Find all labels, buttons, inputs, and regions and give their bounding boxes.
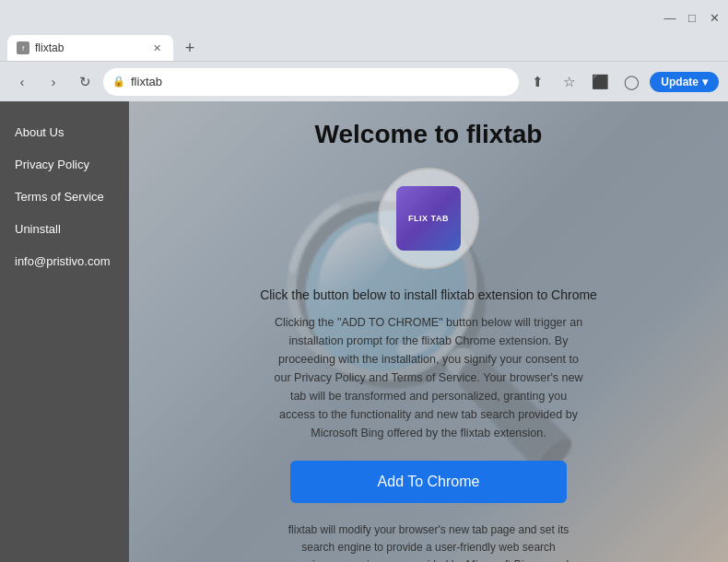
tab-bar: f flixtab ✕ + — [0, 29, 728, 61]
lock-icon: 🔒 — [112, 76, 125, 88]
sidebar: About Us Privacy Policy Terms of Service… — [0, 101, 129, 562]
page-wrapper: About Us Privacy Policy Terms of Service… — [0, 101, 728, 562]
toolbar: ‹ › ↻ 🔒 flixtab ⬆ ☆ ⬛ ◯ Update ▾ — [0, 61, 728, 101]
add-to-chrome-button[interactable]: Add To Chrome — [290, 461, 567, 503]
reload-button[interactable]: ↻ — [72, 69, 98, 95]
tab-title: flixtab — [35, 41, 64, 54]
footer-text: flixtab will modify your browser's new t… — [272, 521, 585, 562]
content-area: Welcome to flixtab FLIX TAB Click the bu… — [129, 101, 728, 562]
page-title: Welcome to flixtab — [315, 120, 543, 149]
forward-button[interactable]: › — [41, 69, 66, 95]
back-button[interactable]: ‹ — [9, 69, 35, 95]
update-label: Update — [661, 76, 699, 88]
active-tab[interactable]: f flixtab ✕ — [7, 35, 173, 61]
logo-inner: FLIX TAB — [396, 186, 461, 251]
logo-text: FLIX TAB — [408, 214, 449, 223]
sidebar-item-uninstall[interactable]: Uninstall — [0, 213, 129, 245]
title-bar-controls: — □ ✕ — [663, 11, 721, 24]
extensions-icon[interactable]: ⬛ — [587, 69, 613, 95]
bookmark-icon[interactable]: ☆ — [556, 69, 581, 95]
tab-favicon: f — [17, 41, 29, 54]
address-bar[interactable]: 🔒 flixtab — [103, 68, 519, 96]
profile-icon[interactable]: ◯ — [618, 69, 644, 95]
new-tab-button[interactable]: + — [177, 35, 203, 61]
address-text: flixtab — [131, 75, 162, 88]
main-content: 🔍 Welcome to flixtab FLIX TAB Click the … — [129, 101, 728, 562]
update-button[interactable]: Update ▾ — [650, 72, 719, 92]
update-chevron: ▾ — [702, 76, 708, 88]
restore-btn[interactable]: □ — [686, 11, 699, 24]
install-prompt: Click the button below to install flixta… — [260, 287, 597, 302]
sidebar-item-privacy-policy[interactable]: Privacy Policy — [0, 148, 129, 181]
description-text: Clicking the "ADD TO CHROME" button belo… — [272, 313, 585, 442]
tab-close-btn[interactable]: ✕ — [149, 41, 164, 55]
browser-chrome: — □ ✕ f flixtab ✕ + ‹ › ↻ 🔒 flixtab ⬆ ☆ … — [0, 0, 728, 101]
share-icon[interactable]: ⬆ — [524, 69, 550, 95]
sidebar-item-terms-of-service[interactable]: Terms of Service — [0, 181, 129, 213]
close-btn[interactable]: ✕ — [708, 11, 721, 24]
logo-circle: FLIX TAB — [378, 168, 479, 269]
sidebar-item-email[interactable]: info@pristivo.com — [0, 245, 129, 277]
toolbar-actions: ⬆ ☆ ⬛ ◯ Update ▾ — [524, 69, 719, 95]
minimize-btn[interactable]: — — [663, 11, 676, 24]
sidebar-item-about-us[interactable]: About Us — [0, 116, 129, 148]
title-bar: — □ ✕ — [0, 0, 728, 29]
